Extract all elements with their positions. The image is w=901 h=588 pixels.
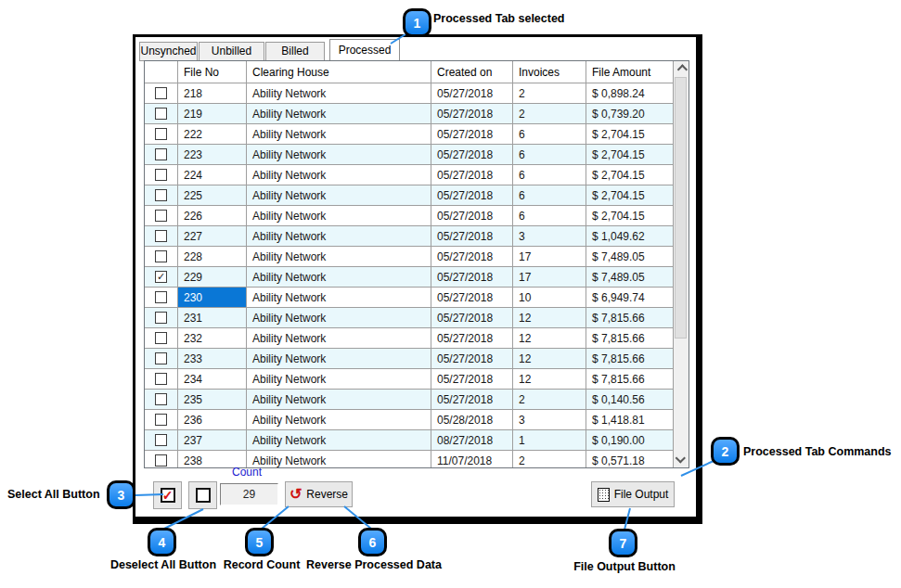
table-row[interactable]: 224Ability Network05/27/20186$ 2,704.15 — [145, 165, 689, 185]
cell-created-on[interactable]: 05/27/2018 — [431, 390, 513, 409]
tab-billed[interactable]: Billed — [265, 42, 325, 61]
cell-invoices[interactable]: 6 — [513, 165, 586, 185]
cell-file-amount[interactable]: $ 0,140.56 — [586, 390, 674, 409]
cell-created-on[interactable]: 11/07/2018 — [431, 451, 513, 468]
row-checkbox[interactable] — [155, 291, 167, 303]
cell-invoices[interactable]: 2 — [513, 104, 586, 123]
cell-created-on[interactable]: 05/27/2018 — [431, 226, 513, 246]
cell-file-no[interactable]: 234 — [178, 369, 247, 389]
cell-file-no[interactable]: 232 — [178, 328, 247, 348]
cell-invoices[interactable]: 12 — [513, 328, 586, 348]
cell-file-no[interactable]: 219 — [178, 104, 247, 123]
cell-invoices[interactable]: 6 — [513, 145, 586, 164]
cell-clearing-house[interactable]: Ability Network — [247, 390, 431, 409]
tab-unbilled[interactable]: Unbilled — [199, 42, 264, 61]
cell-file-amount[interactable]: $ 2,704.15 — [586, 124, 674, 144]
cell-file-amount[interactable]: $ 6,949.74 — [586, 288, 674, 307]
cell-clearing-house[interactable]: Ability Network — [247, 267, 431, 287]
cell-created-on[interactable]: 05/27/2018 — [431, 328, 513, 348]
cell-created-on[interactable]: 05/27/2018 — [431, 165, 513, 185]
table-row[interactable]: 235Ability Network05/27/20182$ 0,140.56 — [145, 390, 689, 410]
row-checkbox[interactable] — [155, 230, 167, 242]
row-checkbox[interactable] — [155, 210, 167, 222]
cell-created-on[interactable]: 05/27/2018 — [431, 206, 513, 225]
row-checkbox[interactable] — [155, 148, 167, 160]
tab-processed[interactable]: Processed — [329, 39, 400, 61]
cell-invoices[interactable]: 3 — [513, 410, 586, 429]
table-row[interactable]: 236Ability Network05/28/20183$ 1,418.81 — [145, 410, 689, 430]
cell-file-amount[interactable]: $ 1,049.62 — [586, 226, 674, 246]
select-all-button[interactable]: ✓ — [153, 481, 182, 509]
cell-clearing-house[interactable]: Ability Network — [247, 328, 431, 348]
cell-file-amount[interactable]: $ 7,815.66 — [586, 328, 674, 348]
tab-unsynched[interactable]: Unsynched — [139, 42, 198, 61]
cell-invoices[interactable]: 6 — [513, 206, 586, 225]
cell-clearing-house[interactable]: Ability Network — [247, 145, 431, 164]
cell-invoices[interactable]: 12 — [513, 369, 586, 389]
cell-created-on[interactable]: 05/28/2018 — [431, 410, 513, 429]
table-row[interactable]: 230Ability Network05/27/201810$ 6,949.74 — [145, 288, 689, 308]
row-checkbox-checked[interactable]: ✓ — [155, 271, 167, 283]
table-row[interactable]: 223Ability Network05/27/20186$ 2,704.15 — [145, 145, 689, 165]
cell-file-no[interactable]: 225 — [178, 185, 247, 205]
cell-clearing-house[interactable]: Ability Network — [247, 104, 431, 123]
cell-file-amount[interactable]: $ 0,571.18 — [586, 451, 674, 468]
cell-clearing-house[interactable]: Ability Network — [247, 451, 431, 468]
cell-created-on[interactable]: 05/27/2018 — [431, 83, 513, 103]
cell-clearing-house[interactable]: Ability Network — [247, 410, 431, 429]
row-checkbox[interactable] — [155, 128, 167, 140]
cell-file-no[interactable]: 227 — [178, 226, 247, 246]
cell-file-amount[interactable]: $ 2,704.15 — [586, 185, 674, 205]
header-clearing-house[interactable]: Clearing House — [247, 61, 431, 83]
table-row[interactable]: 228Ability Network05/27/201817$ 7,489.05 — [145, 247, 689, 267]
row-checkbox[interactable] — [155, 87, 167, 99]
row-checkbox[interactable] — [155, 312, 167, 324]
table-row[interactable]: ✓229Ability Network05/27/201817$ 7,489.0… — [145, 267, 689, 288]
deselect-all-button[interactable] — [188, 481, 217, 509]
cell-file-amount[interactable]: $ 0,739.20 — [586, 104, 674, 123]
cell-file-amount[interactable]: $ 7,815.66 — [586, 349, 674, 368]
cell-clearing-house[interactable]: Ability Network — [247, 430, 431, 450]
cell-invoices[interactable]: 1 — [513, 430, 586, 450]
cell-file-no[interactable]: 233 — [178, 349, 247, 368]
cell-created-on[interactable]: 05/27/2018 — [431, 145, 513, 164]
reverse-button[interactable]: ↺ Reverse — [285, 481, 353, 507]
cell-file-no[interactable]: 228 — [178, 247, 247, 266]
scroll-up-button[interactable] — [674, 61, 688, 77]
header-invoices[interactable]: Invoices — [513, 61, 586, 83]
table-row[interactable]: 227Ability Network05/27/20183$ 1,049.62 — [145, 226, 689, 247]
cell-invoices[interactable]: 2 — [513, 83, 586, 103]
cell-invoices[interactable]: 2 — [513, 390, 586, 409]
cell-invoices[interactable]: 17 — [513, 247, 586, 266]
cell-clearing-house[interactable]: Ability Network — [247, 247, 431, 266]
cell-file-amount[interactable]: $ 2,704.15 — [586, 165, 674, 185]
table-row[interactable]: 225Ability Network05/27/20186$ 2,704.15 — [145, 185, 689, 206]
cell-file-amount[interactable]: $ 0,190.00 — [586, 430, 674, 450]
cell-created-on[interactable]: 05/27/2018 — [431, 369, 513, 389]
row-checkbox[interactable] — [155, 108, 167, 120]
row-checkbox[interactable] — [155, 454, 167, 467]
cell-file-no[interactable]: 224 — [178, 165, 247, 185]
cell-clearing-house[interactable]: Ability Network — [247, 206, 431, 225]
cell-clearing-house[interactable]: Ability Network — [247, 369, 431, 389]
scrollbar-thumb[interactable] — [675, 77, 687, 339]
table-row[interactable]: 232Ability Network05/27/201812$ 7,815.66 — [145, 328, 689, 349]
cell-invoices[interactable]: 3 — [513, 226, 586, 246]
table-row[interactable]: 238Ability Network11/07/20182$ 0,571.18 — [145, 451, 689, 468]
cell-invoices[interactable]: 6 — [513, 185, 586, 205]
table-row[interactable]: 222Ability Network05/27/20186$ 2,704.15 — [145, 124, 689, 145]
table-row[interactable]: 219Ability Network05/27/20182$ 0,739.20 — [145, 104, 689, 124]
row-checkbox[interactable] — [155, 434, 167, 446]
cell-invoices[interactable]: 12 — [513, 308, 586, 327]
row-checkbox[interactable] — [155, 189, 167, 201]
cell-created-on[interactable]: 05/27/2018 — [431, 124, 513, 144]
cell-clearing-house[interactable]: Ability Network — [247, 83, 431, 103]
cell-file-amount[interactable]: $ 2,704.15 — [586, 206, 674, 225]
cell-created-on[interactable]: 05/27/2018 — [431, 308, 513, 327]
cell-file-no[interactable]: 231 — [178, 308, 247, 327]
cell-file-amount[interactable]: $ 1,418.81 — [586, 410, 674, 429]
cell-file-amount[interactable]: $ 7,489.05 — [586, 267, 674, 287]
header-file-no[interactable]: File No — [178, 61, 247, 83]
cell-file-no[interactable]: 229 — [178, 267, 247, 287]
header-file-amount[interactable]: File Amount — [586, 61, 674, 83]
